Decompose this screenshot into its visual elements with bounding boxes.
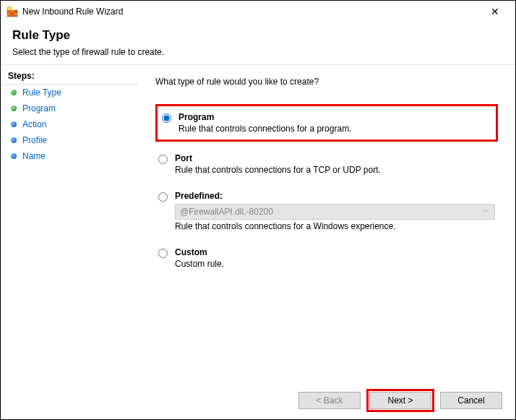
window-title: New Inbound Rule Wizard <box>22 7 481 17</box>
option-title: Custom <box>175 247 495 257</box>
svg-rect-2 <box>11 10 14 12</box>
option-program[interactable]: Program Rule that controls connections f… <box>159 108 494 138</box>
step-name[interactable]: Name <box>1 148 138 164</box>
option-title: Predefined: <box>175 191 495 201</box>
bullet-icon <box>11 90 17 95</box>
svg-point-7 <box>7 7 12 11</box>
step-profile[interactable]: Profile <box>1 132 138 148</box>
page-subtitle: Select the type of firewall rule to crea… <box>12 47 504 57</box>
bullet-icon <box>11 153 17 159</box>
radio-predefined[interactable] <box>158 192 168 202</box>
radio-program[interactable] <box>162 113 171 123</box>
svg-rect-6 <box>14 13 17 15</box>
back-button[interactable]: < Back <box>298 392 361 409</box>
step-rule-type[interactable]: Rule Type <box>1 85 138 100</box>
page-title: Rule Type <box>12 28 504 43</box>
step-program[interactable]: Program <box>1 100 138 116</box>
option-port[interactable]: Port Rule that controls connections for … <box>155 149 498 179</box>
option-custom[interactable]: Custom Custom rule. <box>155 243 498 273</box>
option-desc: Rule that controls connections for a pro… <box>179 124 491 134</box>
main-prompt: What type of rule would you like to crea… <box>155 77 498 87</box>
bullet-icon <box>11 121 17 127</box>
option-desc: Rule that controls connections for a Win… <box>175 221 495 231</box>
radio-custom[interactable] <box>158 249 168 258</box>
main-panel: What type of rule would you like to crea… <box>138 65 515 380</box>
firewall-wizard-icon <box>7 6 18 17</box>
close-button[interactable]: ✕ <box>481 1 509 22</box>
predefined-select-value: @FirewallAPI.dll,-80200 <box>180 207 273 217</box>
predefined-select[interactable]: @FirewallAPI.dll,-80200 ﹀ <box>175 204 495 220</box>
option-desc: Custom rule. <box>175 259 495 269</box>
wizard-footer: < Back Next > Cancel <box>1 382 515 419</box>
svg-rect-3 <box>14 10 17 12</box>
step-label: Name <box>22 151 46 161</box>
option-predefined[interactable]: Predefined: @FirewallAPI.dll,-80200 ﹀ Ru… <box>155 187 498 236</box>
option-title: Program <box>179 112 491 122</box>
radio-port[interactable] <box>158 155 168 164</box>
cancel-button[interactable]: Cancel <box>440 392 502 409</box>
highlight-next-button: Next > <box>366 389 434 412</box>
bullet-icon <box>11 106 17 111</box>
steps-sidebar: Steps: Rule Type Program Action Profile … <box>1 65 138 380</box>
wizard-header: Rule Type Select the type of firewall ru… <box>1 22 515 64</box>
step-label: Rule Type <box>22 87 61 98</box>
step-label: Profile <box>22 135 47 145</box>
step-label: Action <box>22 119 46 129</box>
svg-rect-5 <box>11 13 14 15</box>
option-title: Port <box>175 153 495 163</box>
step-label: Program <box>22 103 56 113</box>
bullet-icon <box>11 137 17 143</box>
svg-rect-4 <box>7 13 10 15</box>
option-desc: Rule that controls connections for a TCP… <box>175 165 495 175</box>
step-action[interactable]: Action <box>1 116 138 132</box>
chevron-down-icon: ﹀ <box>483 207 490 217</box>
highlight-program-option: Program Rule that controls connections f… <box>155 104 498 142</box>
titlebar: New Inbound Rule Wizard ✕ <box>1 1 515 22</box>
steps-header: Steps: <box>1 71 138 85</box>
next-button[interactable]: Next > <box>369 392 431 409</box>
